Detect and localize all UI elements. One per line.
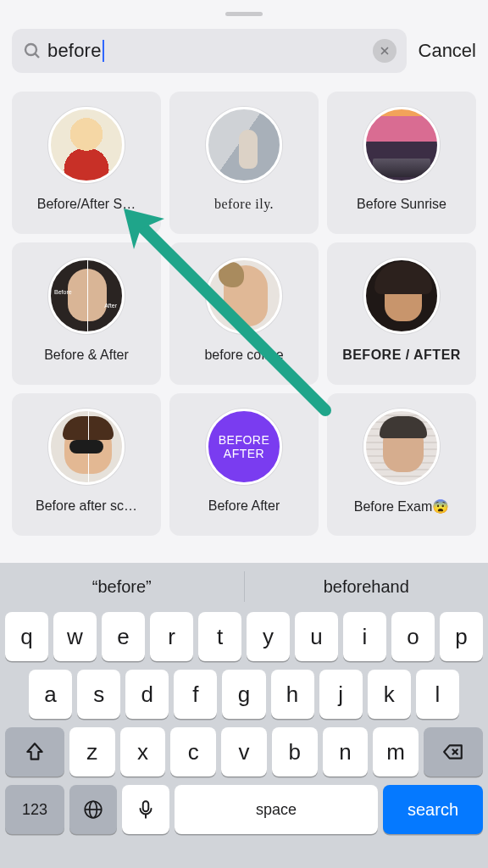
result-before-after-sc[interactable]: Before after sc… — [12, 393, 161, 536]
search-field[interactable]: before — [12, 29, 407, 73]
key-c[interactable]: c — [170, 727, 216, 776]
key-t[interactable]: t — [198, 612, 241, 661]
result-before-coffee[interactable]: before coffee — [169, 242, 319, 385]
key-space[interactable]: space — [175, 785, 378, 834]
key-y[interactable]: y — [247, 612, 290, 661]
key-globe[interactable] — [69, 785, 117, 834]
result-label: Before Sunrise — [357, 197, 446, 212]
key-j[interactable]: j — [319, 670, 363, 719]
result-label: BEFORE / AFTER — [342, 348, 461, 363]
svg-rect-10 — [143, 801, 149, 811]
key-k[interactable]: k — [368, 670, 411, 719]
key-search[interactable]: search — [383, 785, 483, 834]
key-r[interactable]: r — [150, 612, 193, 661]
key-h[interactable]: h — [271, 670, 314, 719]
search-input[interactable]: before — [47, 40, 373, 62]
result-before-ily[interactable]: before ily. — [169, 92, 319, 234]
result-label: Before & After — [44, 348, 129, 363]
search-input-text: before — [47, 40, 102, 62]
keyboard-suggestions: “before” beforehand — [0, 563, 488, 610]
search-icon — [22, 41, 42, 61]
result-label: Before after sc… — [36, 498, 137, 514]
avatar — [48, 409, 125, 485]
avatar — [206, 107, 282, 183]
key-n[interactable]: n — [323, 727, 369, 776]
avatar — [363, 258, 440, 334]
key-s[interactable]: s — [77, 670, 120, 719]
key-d[interactable]: d — [125, 670, 169, 719]
result-label: before ily. — [214, 197, 274, 212]
results-grid: Before/After S… before ily. Before Sunri… — [12, 92, 476, 536]
avatar: BEFORE AFTER — [206, 409, 282, 485]
avatar — [48, 107, 125, 183]
avatar — [363, 107, 440, 183]
key-o[interactable]: o — [391, 612, 435, 661]
avatar — [206, 258, 282, 334]
key-a[interactable]: a — [29, 670, 72, 719]
result-before-sunrise[interactable]: Before Sunrise — [327, 92, 476, 234]
clear-search-button[interactable] — [373, 39, 396, 63]
avatar — [363, 409, 440, 485]
key-v[interactable]: v — [221, 727, 267, 776]
suggestion-2[interactable]: beforehand — [244, 571, 489, 602]
keyboard: “before” beforehand q w e r t y u i o p … — [0, 563, 488, 868]
key-shift[interactable] — [5, 727, 64, 776]
key-b[interactable]: b — [272, 727, 318, 776]
svg-point-0 — [25, 44, 36, 55]
result-before-slash-after[interactable]: BEFORE / AFTER — [327, 242, 476, 385]
key-q[interactable]: q — [5, 612, 48, 661]
result-label: Before After — [208, 498, 280, 514]
key-123[interactable]: 123 — [5, 785, 64, 834]
svg-line-1 — [35, 53, 39, 58]
key-l[interactable]: l — [416, 670, 459, 719]
key-m[interactable]: m — [373, 727, 419, 776]
result-before-and-after[interactable]: BeforeAfter Before & After — [12, 242, 161, 385]
key-e[interactable]: e — [102, 612, 145, 661]
result-label: Before/After S… — [37, 197, 136, 212]
key-z[interactable]: z — [69, 727, 115, 776]
key-i[interactable]: i — [343, 612, 386, 661]
key-p[interactable]: p — [440, 612, 483, 661]
key-backspace[interactable] — [424, 727, 483, 776]
result-before-exam[interactable]: Before Exam😨 — [327, 393, 476, 536]
result-label: before coffee — [204, 348, 283, 363]
result-before-after-s[interactable]: Before/After S… — [12, 92, 161, 234]
key-u[interactable]: u — [295, 612, 338, 661]
cancel-button[interactable]: Cancel — [419, 40, 476, 62]
key-g[interactable]: g — [222, 670, 265, 719]
key-w[interactable]: w — [53, 612, 97, 661]
key-x[interactable]: x — [120, 727, 166, 776]
avatar: BeforeAfter — [48, 258, 125, 334]
key-mic[interactable] — [122, 785, 169, 834]
drag-handle[interactable] — [225, 12, 263, 16]
result-before-after[interactable]: BEFORE AFTER Before After — [169, 393, 319, 536]
result-label: Before Exam😨 — [354, 498, 449, 515]
key-f[interactable]: f — [174, 670, 217, 719]
suggestion-1[interactable]: “before” — [0, 563, 244, 610]
